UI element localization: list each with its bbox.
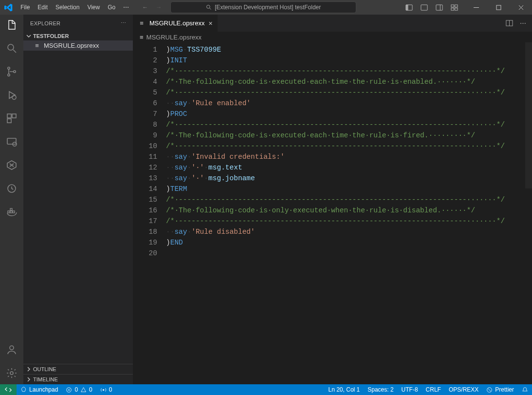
- file-entry[interactable]: ≡ MSGRULE.opsrexx: [23, 40, 133, 51]
- svg-line-16: [13, 50, 16, 53]
- svg-point-40: [103, 389, 104, 390]
- ab-explorer-icon[interactable]: [0, 19, 23, 31]
- ab-search-icon[interactable]: [0, 42, 23, 55]
- menu-edit[interactable]: Edit: [34, 2, 51, 13]
- tabs-row: ≡ MSGRULE.opsrexx × ⋯: [133, 15, 532, 32]
- status-ports[interactable]: 0: [96, 386, 116, 393]
- code-editor[interactable]: 1234567891011121314151617181920 )MSG·TSS…: [133, 42, 532, 384]
- tab-active[interactable]: ≡ MSGRULE.opsrexx ×: [133, 15, 218, 32]
- layout-bottom-icon[interactable]: [421, 4, 428, 11]
- layout-controls: [405, 4, 458, 11]
- status-eol[interactable]: CRLF: [422, 386, 445, 393]
- minimize-button[interactable]: [465, 0, 487, 15]
- close-icon[interactable]: ×: [208, 19, 212, 27]
- menu-go[interactable]: Go: [104, 2, 119, 13]
- nav-forward-icon[interactable]: →: [156, 4, 162, 11]
- prettier-icon: [486, 387, 493, 393]
- remote-button[interactable]: [0, 384, 17, 395]
- svg-rect-3: [406, 4, 408, 10]
- status-language[interactable]: OPS/REXX: [445, 386, 482, 393]
- status-encoding[interactable]: UTF-8: [398, 386, 422, 393]
- activity-bar: [0, 15, 23, 384]
- ab-extensions-icon[interactable]: [0, 112, 23, 125]
- layout-customize-icon[interactable]: [451, 4, 458, 11]
- svg-point-18: [8, 74, 10, 76]
- svg-rect-25: [7, 138, 16, 144]
- timeline-label: TIMELINE: [33, 376, 58, 382]
- status-spaces[interactable]: Spaces: 2: [364, 386, 397, 393]
- status-cursor[interactable]: Ln 20, Col 1: [325, 386, 364, 393]
- ab-zowe-icon[interactable]: [0, 159, 23, 171]
- layout-left-icon[interactable]: [405, 4, 413, 11]
- svg-rect-7: [451, 4, 454, 7]
- ab-scm-icon[interactable]: [0, 65, 23, 78]
- status-launchpad[interactable]: Launchpad: [17, 386, 62, 393]
- svg-point-15: [8, 44, 14, 50]
- ab-account-icon[interactable]: [0, 343, 23, 356]
- breadcrumb-file: MSGRULE.opsrexx: [147, 34, 202, 41]
- sidebar-title: EXPLORER: [30, 20, 60, 26]
- code-content[interactable]: )MSG·TSS7099E)INIT/*·-------------------…: [166, 42, 532, 384]
- folder-row[interactable]: TESTFOLDER: [23, 32, 133, 40]
- ab-debug-icon[interactable]: [0, 89, 23, 101]
- line-numbers: 1234567891011121314151617181920: [133, 42, 166, 384]
- sidebar-more-icon[interactable]: ⋯: [121, 20, 126, 26]
- svg-rect-30: [10, 211, 12, 213]
- editor-area: ≡ MSGRULE.opsrexx × ⋯ ≡ MSGRULE.opsrexx …: [133, 15, 532, 384]
- file-name: MSGRULE.opsrexx: [44, 42, 99, 49]
- nav-back-icon[interactable]: ←: [142, 4, 148, 11]
- close-button[interactable]: [510, 0, 532, 15]
- title-bar: File Edit Selection View Go ⋯ ← → [Exten…: [0, 0, 532, 15]
- svg-rect-29: [8, 211, 10, 213]
- menu-file[interactable]: File: [17, 2, 33, 13]
- svg-point-0: [207, 5, 210, 9]
- menu-selection[interactable]: Selection: [52, 2, 83, 13]
- split-editor-icon[interactable]: [506, 19, 513, 27]
- ab-remote-icon[interactable]: [0, 135, 23, 148]
- status-problems[interactable]: 0 0: [62, 386, 96, 393]
- radio-icon: [100, 387, 107, 393]
- svg-point-19: [14, 71, 16, 73]
- warning-count: 0: [89, 386, 92, 393]
- ab-history-icon[interactable]: [0, 182, 23, 195]
- svg-line-1: [210, 8, 211, 10]
- svg-rect-23: [12, 114, 16, 118]
- timeline-section[interactable]: TIMELINE: [23, 374, 133, 384]
- menu-more[interactable]: ⋯: [120, 2, 132, 13]
- rocket-icon: [20, 387, 27, 393]
- chevron-right-icon: [26, 367, 31, 372]
- svg-line-42: [488, 388, 492, 392]
- tab-more-icon[interactable]: ⋯: [520, 19, 526, 27]
- menu-view[interactable]: View: [84, 2, 103, 13]
- vscode-logo: [0, 3, 17, 12]
- svg-rect-32: [10, 208, 12, 210]
- file-icon: ≡: [33, 42, 41, 49]
- error-icon: [66, 387, 72, 393]
- ab-docker-icon[interactable]: [0, 206, 23, 218]
- chevron-right-icon: [26, 377, 31, 382]
- maximize-button[interactable]: [487, 0, 510, 15]
- ab-settings-icon[interactable]: [0, 367, 23, 379]
- svg-point-17: [8, 67, 10, 69]
- port-count: 0: [109, 386, 112, 393]
- svg-rect-12: [496, 5, 501, 10]
- folder-name: TESTFOLDER: [33, 33, 69, 39]
- svg-rect-22: [7, 114, 11, 118]
- search-icon: [206, 4, 212, 10]
- svg-rect-8: [455, 4, 458, 7]
- outline-section[interactable]: OUTLINE: [23, 364, 133, 374]
- sidebar-header: EXPLORER ⋯: [23, 15, 133, 32]
- layout-right-icon[interactable]: [436, 4, 443, 11]
- minimap[interactable]: [525, 42, 532, 384]
- svg-point-34: [10, 372, 13, 375]
- svg-point-21: [12, 95, 16, 99]
- command-center[interactable]: [Extension Development Host] testFolder: [170, 1, 356, 13]
- nav-arrows: ← →: [142, 4, 162, 11]
- tab-label: MSGRULE.opsrexx: [149, 19, 204, 27]
- breadcrumbs[interactable]: ≡ MSGRULE.opsrexx: [133, 32, 532, 42]
- window-controls: [465, 0, 532, 15]
- chevron-down-icon: [26, 34, 31, 38]
- status-prettier[interactable]: Prettier: [482, 386, 518, 393]
- status-bell-icon[interactable]: [518, 386, 532, 393]
- svg-rect-24: [7, 119, 11, 123]
